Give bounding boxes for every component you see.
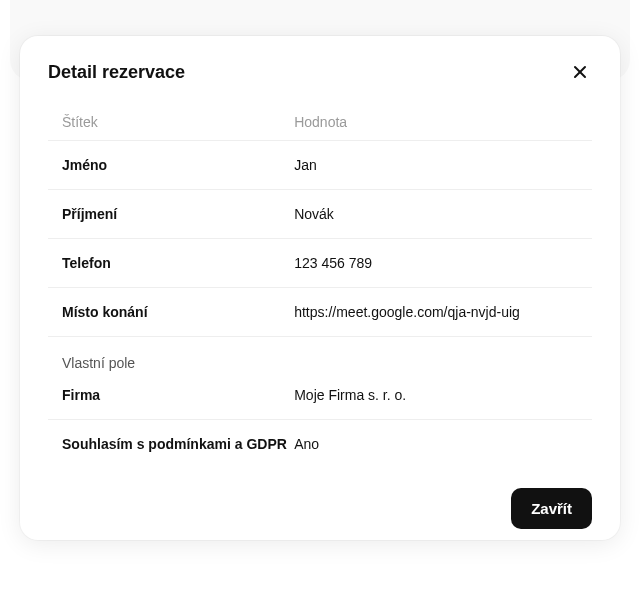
close-icon-button[interactable]	[568, 60, 592, 84]
modal-title: Detail rezervace	[48, 62, 185, 83]
row-label: Příjmení	[62, 206, 294, 222]
row-value: Moje Firma s. r. o.	[294, 387, 578, 403]
row-value: Ano	[294, 436, 578, 452]
table-row: Firma Moje Firma s. r. o.	[48, 377, 592, 419]
row-value: Novák	[294, 206, 578, 222]
row-label: Souhlasím s podmínkami a GDPR	[62, 436, 294, 452]
table-header: Štítek Hodnota	[48, 104, 592, 140]
reservation-detail-modal: Detail rezervace Štítek Hodnota Jméno Ja…	[20, 36, 620, 540]
table-header-label: Štítek	[62, 114, 294, 130]
row-label: Firma	[62, 387, 294, 403]
row-value: https://meet.google.com/qja-nvjd-uig	[294, 304, 578, 320]
custom-fields-section-label: Vlastní pole	[48, 336, 592, 377]
row-label: Jméno	[62, 157, 294, 173]
table-row: Souhlasím s podmínkami a GDPR Ano	[48, 419, 592, 468]
table-row: Telefon 123 456 789	[48, 238, 592, 287]
close-icon	[572, 64, 588, 80]
modal-footer: Zavřít	[48, 468, 592, 529]
modal-header: Detail rezervace	[48, 60, 592, 84]
row-value: 123 456 789	[294, 255, 578, 271]
close-button[interactable]: Zavřít	[511, 488, 592, 529]
row-label: Místo konání	[62, 304, 294, 320]
row-label: Telefon	[62, 255, 294, 271]
table-header-value: Hodnota	[294, 114, 578, 130]
table-row: Příjmení Novák	[48, 189, 592, 238]
table-row: Jméno Jan	[48, 140, 592, 189]
row-value: Jan	[294, 157, 578, 173]
table-row: Místo konání https://meet.google.com/qja…	[48, 287, 592, 336]
